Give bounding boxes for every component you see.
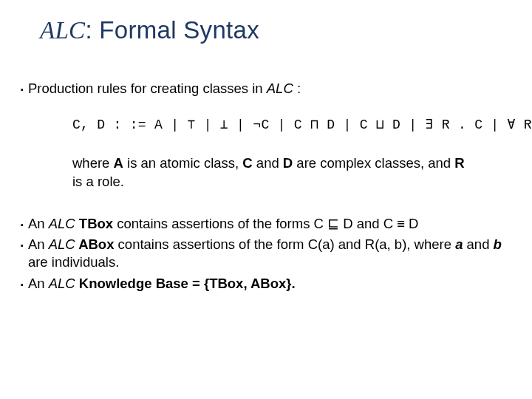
b2-b: b xyxy=(494,236,502,252)
bullet-abox-text: An ALC ABox contains assertions of the f… xyxy=(28,236,510,271)
b1-alc: ALC xyxy=(49,216,75,231)
where-p2: is an atomic class, xyxy=(123,155,242,171)
b1-p2: contains assertions of the forms C ⊑ D a… xyxy=(113,216,418,231)
where-clause: where A is an atomic class, C and D are … xyxy=(72,154,466,191)
where-p3: and xyxy=(253,155,283,171)
where-R: R xyxy=(454,155,464,171)
page-title: ALC: Formal Syntax xyxy=(40,16,259,44)
b2-alc: ALC xyxy=(49,236,75,252)
where-p4: are complex classes, and xyxy=(293,155,454,171)
b1-p1: An xyxy=(28,216,49,231)
b2-p4: are individuals. xyxy=(28,254,119,270)
b2-p2: contains assertions of the form C(a) and… xyxy=(114,236,455,252)
where-p5: is a role. xyxy=(72,174,124,189)
slide: ALC: Formal Syntax ▪ Production rules fo… xyxy=(0,0,532,399)
intro-text: Production rules for creating classes in… xyxy=(28,80,510,98)
intro-prefix: Production rules for creating classes in xyxy=(28,81,267,96)
bullet-square-icon: ▪ xyxy=(21,279,24,290)
bullet-abox: ▪ An ALC ABox contains assertions of the… xyxy=(21,236,510,271)
where-D: D xyxy=(283,155,293,171)
intro-suffix: : xyxy=(293,81,301,96)
b2-abox: ABox xyxy=(75,236,115,252)
b2-p3: and xyxy=(463,236,493,252)
bullet-kb: ▪ An ALC Knowledge Base = {TBox, ABox}. xyxy=(21,275,510,293)
where-C: C xyxy=(242,155,252,171)
title-alc: ALC xyxy=(40,17,85,44)
where-p1: where xyxy=(72,155,114,171)
bullet-square-icon: ▪ xyxy=(21,240,24,250)
where-A: A xyxy=(114,155,123,171)
bullet-tbox: ▪ An ALC TBox contains assertions of the… xyxy=(21,215,510,233)
b2-p1: An xyxy=(28,236,49,252)
bullet-intro: ▪ Production rules for creating classes … xyxy=(21,80,510,98)
grammar-block: C, D : := A | ⊤ | ⊥ | ¬C | C ⊓ D | C ⊔ D… xyxy=(72,117,480,134)
bullet-square-icon: ▪ xyxy=(21,219,24,230)
b3-p1: An xyxy=(28,276,49,291)
b1-tbox: TBox xyxy=(75,216,113,231)
b3-kb: Knowledge Base = {TBox, ABox}. xyxy=(75,276,296,291)
slide-body: ▪ Production rules for creating classes … xyxy=(21,80,510,296)
title-suffix: : Formal Syntax xyxy=(85,16,259,44)
grammar-rule: C, D : := A | ⊤ | ⊥ | ¬C | C ⊓ D | C ⊔ D… xyxy=(72,117,480,134)
b2-a: a xyxy=(455,236,463,252)
lower-bullets: ▪ An ALC TBox contains assertions of the… xyxy=(21,215,510,292)
bullet-kb-text: An ALC Knowledge Base = {TBox, ABox}. xyxy=(28,275,510,293)
intro-alc: ALC xyxy=(267,81,293,96)
bullet-tbox-text: An ALC TBox contains assertions of the f… xyxy=(28,215,510,233)
b3-alc: ALC xyxy=(49,276,75,291)
bullet-square-icon: ▪ xyxy=(21,84,24,95)
